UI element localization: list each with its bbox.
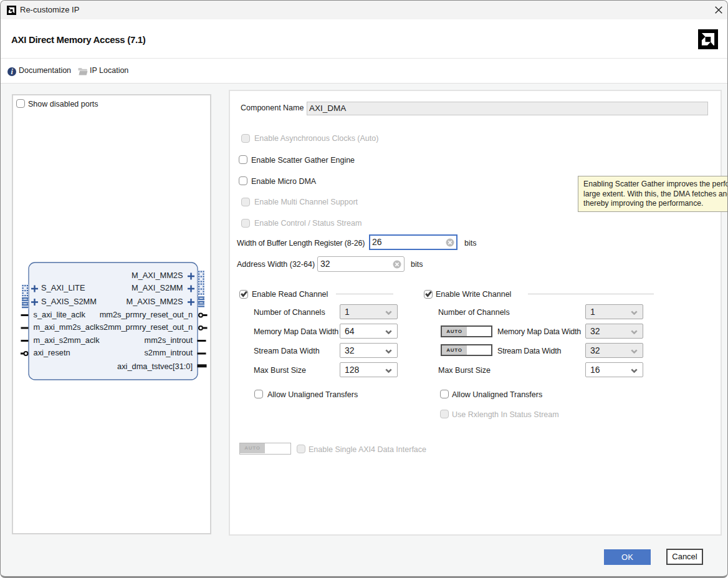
svg-text:m_axi_mm2s_aclk: m_axi_mm2s_aclk bbox=[34, 322, 100, 332]
svg-text:S_AXIS_S2MM: S_AXIS_S2MM bbox=[41, 297, 97, 306]
svg-text:M_AXIS_MM2S: M_AXIS_MM2S bbox=[126, 297, 183, 306]
svg-text:axi_resetn: axi_resetn bbox=[34, 348, 70, 357]
svg-text:m_axi_s2mm_aclk: m_axi_s2mm_aclk bbox=[34, 335, 100, 345]
svg-text:s2mm_introut: s2mm_introut bbox=[144, 348, 193, 357]
svg-text:mm2s_introut: mm2s_introut bbox=[144, 335, 193, 345]
svg-text:M_AXI_MM2S: M_AXI_MM2S bbox=[132, 271, 183, 280]
svg-text:s_axi_lite_aclk: s_axi_lite_aclk bbox=[34, 310, 86, 319]
svg-text:M_AXI_S2MM: M_AXI_S2MM bbox=[132, 283, 183, 292]
svg-text:s2mm_prmry_reset_out_n: s2mm_prmry_reset_out_n bbox=[100, 322, 193, 332]
svg-text:axi_dma_tstvec[31:0]: axi_dma_tstvec[31:0] bbox=[117, 362, 193, 371]
svg-text:S_AXI_LITE: S_AXI_LITE bbox=[41, 283, 85, 292]
svg-text:mm2s_prmry_reset_out_n: mm2s_prmry_reset_out_n bbox=[100, 310, 193, 319]
